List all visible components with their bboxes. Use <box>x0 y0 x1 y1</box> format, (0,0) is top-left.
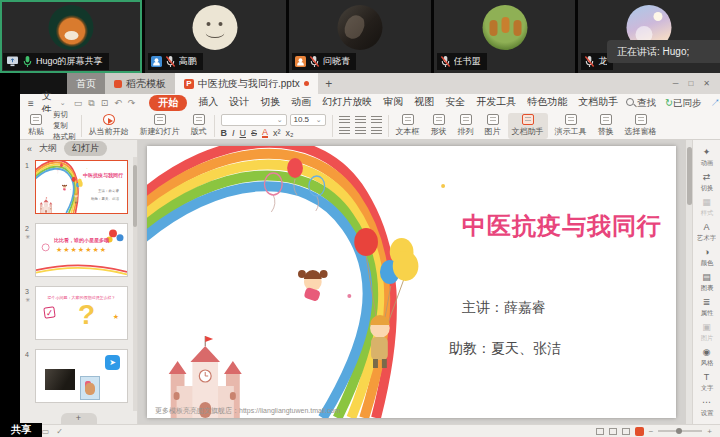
slide-assistant[interactable]: 助教：夏天、张洁 <box>370 340 640 358</box>
sidebar-tab-style[interactable]: ▦样式 <box>693 195 720 220</box>
sidebar-tab-picture[interactable]: ▣图片 <box>693 320 720 345</box>
canvas-scrollbar[interactable] <box>685 140 692 424</box>
sidebar-tab-animation[interactable]: ✦动画 <box>693 145 720 170</box>
menu-security[interactable]: 安全 <box>445 95 465 111</box>
close-button[interactable]: ✕ <box>703 79 710 88</box>
participant-tile-renshumeng[interactable]: 任书盟 <box>434 0 576 73</box>
align-left-icon[interactable] <box>339 116 350 124</box>
new-slide-button[interactable]: 新建幻灯片 <box>136 113 184 139</box>
subscript-button[interactable]: x₂ <box>286 128 294 138</box>
menu-transition[interactable]: 切换 <box>260 95 280 111</box>
arrange-button[interactable]: 排列 <box>454 113 478 139</box>
picture-button[interactable]: 图片 <box>481 113 505 139</box>
panel-scrollbar-thumb[interactable] <box>133 165 137 227</box>
cut-button[interactable]: 剪切 <box>53 110 76 120</box>
menu-start[interactable]: 开始 <box>149 95 187 111</box>
menu-doc-assistant[interactable]: 文档助手 <box>578 95 618 111</box>
slideshow-play-button[interactable] <box>635 427 644 436</box>
participant-tile-wenxiaoqing[interactable]: 问晓青 <box>289 0 431 73</box>
hamburger-icon[interactable]: ≡ <box>28 98 34 109</box>
undo-icon[interactable]: ↶ <box>114 98 122 109</box>
font-size-select[interactable]: 10.5⌄ <box>290 114 326 126</box>
menu-review[interactable]: 审阅 <box>383 95 403 111</box>
new-tab-button[interactable]: + <box>318 73 340 94</box>
font-color-button[interactable]: A <box>262 128 268 138</box>
maximize-button[interactable]: □ <box>688 79 693 88</box>
panel-scrollbar[interactable] <box>133 157 137 411</box>
spellcheck-icon[interactable]: ✓ <box>56 427 63 436</box>
current-slide[interactable]: 中医抗疫与我同行 主讲：薛嘉睿 助教：夏天、张洁 更多模板亮亮图文旗舰店：htt… <box>147 146 676 418</box>
slide-thumbnail-2[interactable]: 2 ✳ 比比看，谁的小星星多哦 ★★★★★★★ <box>35 223 128 277</box>
sidebar-tab-chart[interactable]: ▤图表 <box>693 270 720 295</box>
menu-view[interactable]: 视图 <box>414 95 434 111</box>
tab-outline[interactable]: 大纲 <box>39 142 57 155</box>
present-tools-button[interactable]: 演示工具 <box>551 113 591 139</box>
add-slide-button[interactable]: + <box>61 413 97 424</box>
redo-icon[interactable]: ↷ <box>128 98 136 109</box>
slide-title[interactable]: 中医抗疫与我同行 <box>462 210 662 242</box>
underline-button[interactable]: U <box>240 128 247 138</box>
slide-thumbnail-4[interactable]: 4 ➤ <box>35 349 128 403</box>
bullet-list-icon[interactable] <box>339 127 350 135</box>
replace-button[interactable]: 替换 <box>594 113 618 139</box>
normal-view-icon[interactable] <box>596 428 604 435</box>
zoom-slider-knob[interactable] <box>676 428 682 434</box>
sidebar-tab-transition[interactable]: ⇄切换 <box>693 170 720 195</box>
doc-assistant-button[interactable]: 文档助手 <box>508 113 548 139</box>
sidebar-tab-theme[interactable]: ◉风格 <box>693 345 720 370</box>
tab-home[interactable]: 首页 <box>67 73 105 94</box>
menu-developer[interactable]: 开发工具 <box>476 95 516 111</box>
strikethrough-button[interactable]: S <box>251 128 257 138</box>
line-spacing-icon[interactable] <box>371 127 382 135</box>
copy-button[interactable]: 复制 <box>53 121 76 131</box>
slide-canvas[interactable]: 中医抗疫与我同行 主讲：薛嘉睿 助教：夏天、张洁 更多模板亮亮图文旗舰店：htt… <box>138 140 692 424</box>
selection-pane-button[interactable]: 选择窗格 <box>621 113 661 139</box>
text-box-button[interactable]: 文本框 <box>392 113 424 139</box>
paste-button[interactable]: 粘贴 <box>24 113 48 139</box>
sidebar-tab-wordart[interactable]: A艺术字 <box>693 220 720 245</box>
zoom-out-icon[interactable]: − <box>649 427 654 436</box>
play-from-current-button[interactable]: 从当前开始 <box>85 113 133 139</box>
sidebar-tab-color[interactable]: ◑颜色 <box>693 245 720 270</box>
menu-animation[interactable]: 动画 <box>291 95 311 111</box>
sidebar-tab-settings[interactable]: ⋯设置 <box>693 395 720 420</box>
superscript-button[interactable]: x² <box>273 128 281 138</box>
find-button[interactable]: 查找 <box>626 97 656 110</box>
menu-insert[interactable]: 插入 <box>198 95 218 111</box>
align-center-icon[interactable] <box>355 116 366 124</box>
menu-features[interactable]: 特色功能 <box>527 95 567 111</box>
italic-button[interactable]: I <box>232 128 235 138</box>
save-icon[interactable]: ▭ <box>74 98 83 109</box>
sidebar-tab-properties[interactable]: ≣属性 <box>693 295 720 320</box>
zoom-slider[interactable] <box>658 430 702 432</box>
tab-document[interactable]: P中医抗疫与我同行.pptx <box>175 73 318 94</box>
font-family-select[interactable]: ⌄ <box>221 114 287 126</box>
tab-docer-templates[interactable]: 稻壳模板 <box>105 73 175 94</box>
participant-tile-hugo[interactable]: Hugo的屏幕共享 <box>0 0 142 73</box>
collapse-panel-icon[interactable]: « <box>27 144 32 154</box>
menu-slideshow[interactable]: 幻灯片放映 <box>322 95 372 111</box>
participant-tile-gaopeng[interactable]: 高鹏 <box>145 0 287 73</box>
sync-status[interactable]: ↻已同步 <box>665 97 701 110</box>
share-indicator[interactable]: 共享 <box>0 423 42 437</box>
share-button[interactable]: ↗分享 <box>710 97 720 110</box>
slide-thumbnail-1[interactable]: 1 中医抗疫与我同行 主讲：薛嘉睿 助教：夏天、张洁 <box>35 160 128 214</box>
sidebar-tab-text[interactable]: T文字 <box>693 370 720 395</box>
tab-slides[interactable]: 幻灯片 <box>64 141 107 156</box>
slide-speaker[interactable]: 主讲：薛嘉睿 <box>384 299 624 317</box>
align-right-icon[interactable] <box>371 116 382 124</box>
slide-sorter-icon[interactable] <box>609 428 617 435</box>
canvas-scrollbar-thumb[interactable] <box>687 147 692 205</box>
shapes-button[interactable]: 形状 <box>427 113 451 139</box>
number-list-icon[interactable] <box>355 127 366 135</box>
layout-button[interactable]: 版式 <box>187 113 211 139</box>
reading-view-icon[interactable] <box>622 428 630 435</box>
minimize-button[interactable]: ─ <box>673 79 679 88</box>
preview-icon[interactable]: ⊡ <box>101 98 109 109</box>
theme-icon[interactable]: ▭ <box>42 427 50 436</box>
slide-thumbnail-3[interactable]: 3 ✳ 提个小问题：大家的假期过得怎么样？ ? ✓ ★ <box>35 286 128 340</box>
print-icon[interactable]: ⧉ <box>88 98 94 109</box>
zoom-in-icon[interactable]: + <box>707 427 712 436</box>
bold-button[interactable]: B <box>221 128 228 138</box>
menu-design[interactable]: 设计 <box>229 95 249 111</box>
